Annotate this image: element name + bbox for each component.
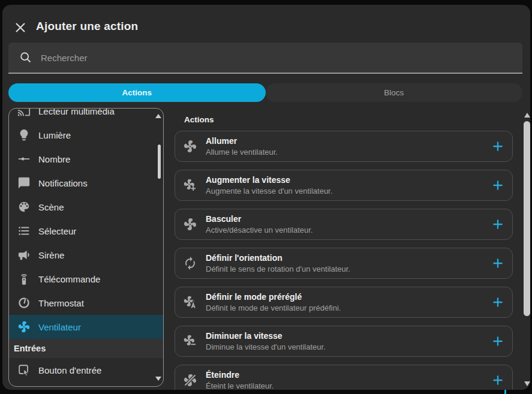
sidebar-item-bouton-dentree[interactable]: Bouton d'entrée [9, 358, 163, 382]
fan-icon [183, 217, 197, 231]
background-artifact [504, 390, 506, 394]
sidebar-section-entrees: Entrées [9, 339, 163, 358]
action-card-description: Active/désactive un ventilateur. [206, 225, 313, 235]
tab-bar: Actions Blocs [8, 83, 522, 102]
ray-vertex-icon [17, 152, 31, 166]
fan-minus-icon [183, 334, 197, 348]
close-icon [13, 20, 28, 35]
sidebar-item-notifications[interactable]: Notifications [9, 171, 163, 195]
fan-icon [183, 139, 197, 154]
sidebar-item-label: Thermostat [38, 298, 84, 308]
plus-icon [492, 296, 504, 308]
rotate-icon [183, 256, 197, 270]
sidebar-item-label: Lecteur multimédia [38, 108, 115, 116]
close-button[interactable] [13, 20, 28, 35]
panel-scroll-up-icon[interactable] [524, 113, 530, 118]
tab-actions[interactable]: Actions [8, 83, 266, 102]
panel-scrollbar-thumb[interactable] [524, 121, 530, 316]
fan-icon [17, 320, 31, 333]
sidebar-item-scene[interactable]: Scène [9, 195, 163, 219]
sidebar-scroll-down-icon[interactable] [155, 377, 161, 381]
search-icon [19, 51, 32, 64]
action-card-description: Diminue la vitesse d'un ventilateur. [206, 342, 326, 352]
sidebar-item-label: Bouton d'entrée [38, 365, 101, 375]
cast-icon [17, 108, 31, 118]
add-action-button[interactable] [492, 140, 504, 152]
dialog-title: Ajouter une action [36, 20, 138, 33]
action-card-definir-mode-preregle[interactable]: Définir le mode préréglé Définit le mode… [175, 287, 513, 318]
sidebar-item-lecteur-multimedia[interactable]: Lecteur multimédia [9, 108, 163, 123]
fan-auto-icon [183, 295, 197, 309]
sidebar-item-label: Télécommande [38, 274, 100, 284]
list-bulleted-icon [17, 224, 31, 237]
actions-panel-header: Actions [184, 115, 214, 124]
action-card-description: Augmente la vitesse d'un ventilateur. [206, 187, 332, 196]
sidebar-item-lumiere[interactable]: Lumière [9, 123, 163, 147]
message-icon [17, 176, 31, 190]
domain-listbox: Lecteur multimédia Lumière Nombre Notifi… [8, 108, 164, 387]
palette-icon [17, 200, 31, 213]
sidebar-item-label: Notifications [38, 178, 88, 188]
tab-blocs[interactable]: Blocs [266, 83, 523, 102]
plus-icon [492, 257, 504, 269]
add-action-button[interactable] [492, 296, 504, 308]
plus-icon [492, 218, 504, 230]
panel-scroll-down-icon[interactable] [524, 381, 530, 386]
action-card-title: Basculer [206, 214, 313, 224]
sidebar-item-label: Ventilateur [38, 322, 81, 332]
action-card-augmenter-la-vitesse[interactable]: Augmenter la vitesse Augmente la vitesse… [175, 170, 513, 201]
action-card-basculer[interactable]: Basculer Active/désactive un ventilateur… [175, 209, 513, 240]
action-card-eteindre[interactable]: Éteindre Éteint le ventilateur. [175, 365, 513, 390]
sidebar-item-telecommande[interactable]: Télécommande [9, 267, 163, 291]
thermostat-dial-icon [17, 296, 31, 309]
search-field [8, 43, 522, 74]
plus-icon [492, 374, 504, 386]
plus-icon [492, 179, 504, 191]
plus-icon [492, 335, 504, 347]
fan-plus-icon [183, 178, 197, 193]
sidebar-item-label: Scène [38, 202, 64, 212]
sidebar-item-label: Nombre [38, 154, 70, 164]
action-card-title: Définir l'orientation [206, 253, 350, 263]
action-card-description: Définit le mode de ventilateur prédéfini… [206, 303, 341, 313]
sidebar-item-label: Lumière [38, 130, 71, 140]
action-card-title: Diminuer la vitesse [206, 331, 326, 341]
lightbulb-icon [17, 128, 31, 142]
tap-button-icon [17, 363, 31, 377]
action-card-description: Allume le ventilateur. [206, 148, 278, 157]
sidebar-item-ventilateur[interactable]: Ventilateur [9, 315, 163, 339]
add-action-button[interactable] [492, 335, 504, 347]
action-card-list: Allumer Allume le ventilateur. Augmenter… [175, 131, 513, 390]
add-action-button[interactable] [492, 218, 504, 230]
action-card-allumer[interactable]: Allumer Allume le ventilateur. [175, 131, 513, 162]
plus-icon [492, 140, 504, 152]
sidebar-item-sirene[interactable]: Sirène [9, 243, 163, 267]
sidebar-item-label: Sélecteur [38, 226, 76, 236]
bullhorn-icon [17, 248, 31, 261]
action-card-description: Éteint le ventilateur. [206, 381, 273, 390]
action-card-diminuer-la-vitesse[interactable]: Diminuer la vitesse Diminue la vitesse d… [175, 326, 513, 357]
add-action-dialog: Ajouter une action Actions Blocs Lecteur… [2, 5, 530, 390]
sidebar-item-label: Sirène [38, 250, 64, 260]
action-card-title: Augmenter la vitesse [206, 175, 332, 185]
fan-off-icon [183, 373, 197, 387]
action-card-title: Allumer [206, 136, 278, 146]
sidebar-item-thermostat[interactable]: Thermostat [9, 291, 163, 315]
add-action-button[interactable] [492, 374, 504, 386]
add-action-button[interactable] [492, 179, 504, 191]
remote-icon [17, 272, 31, 285]
sidebar-scrollbar-thumb[interactable] [158, 145, 161, 179]
add-action-button[interactable] [492, 257, 504, 269]
sidebar-item-selecteur[interactable]: Sélecteur [9, 219, 163, 243]
sidebar-item-nombre[interactable]: Nombre [9, 147, 163, 171]
action-card-description: Définit le sens de rotation d'un ventila… [206, 264, 350, 274]
action-card-definir-orientation[interactable]: Définir l'orientation Définit le sens de… [175, 248, 513, 279]
search-input[interactable] [41, 43, 522, 73]
action-card-title: Définir le mode préréglé [206, 292, 341, 302]
action-card-title: Éteindre [206, 370, 273, 380]
sidebar-scroll-up-icon[interactable] [155, 114, 161, 118]
